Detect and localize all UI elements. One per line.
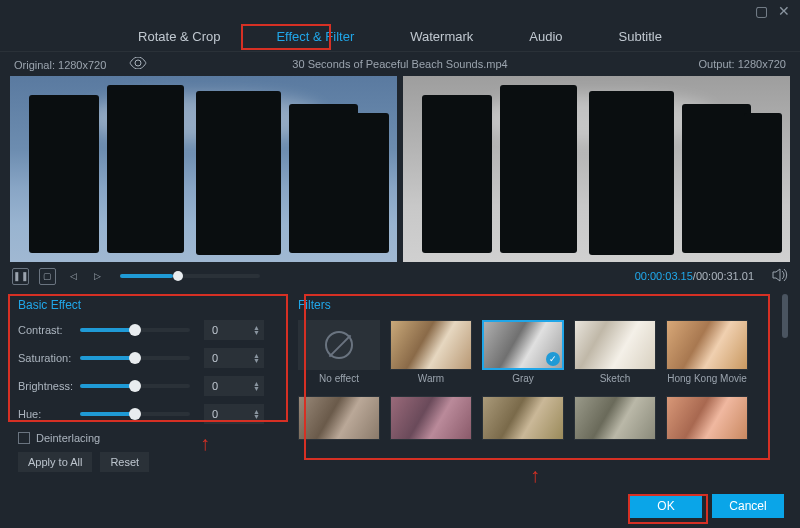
hue-slider[interactable] [80, 412, 190, 416]
stop-button[interactable]: ▢ [39, 268, 56, 285]
filters-title: Filters [298, 298, 782, 312]
tab-watermark[interactable]: Watermark [402, 25, 481, 48]
saturation-slider[interactable] [80, 356, 190, 360]
tab-audio[interactable]: Audio [521, 25, 570, 48]
basic-effect-panel: Basic Effect Contrast: 0▲▼ Saturation: 0… [10, 292, 282, 468]
pause-button[interactable]: ❚❚ [12, 268, 29, 285]
progress-slider[interactable] [120, 274, 260, 278]
filter-thumb[interactable] [666, 396, 748, 440]
ok-button[interactable]: OK [630, 494, 702, 518]
filter-thumb[interactable] [298, 396, 380, 440]
next-frame-button[interactable]: ▷ [90, 268, 104, 285]
minimize-button[interactable]: ▢ [755, 3, 768, 19]
basic-effect-title: Basic Effect [18, 298, 274, 312]
hue-stepper[interactable]: 0▲▼ [204, 404, 264, 424]
original-resolution: Original: 1280x720 [14, 59, 106, 71]
total-time: /00:00:31.01 [693, 270, 754, 282]
close-button[interactable]: ✕ [778, 3, 790, 19]
filter-gray-label: Gray [512, 373, 534, 384]
tab-bar: Rotate & Crop Effect & Filter Watermark … [0, 22, 800, 52]
filter-thumb[interactable] [390, 396, 472, 440]
annotation-arrow-icon: ↑ [200, 432, 210, 455]
tab-rotate-crop[interactable]: Rotate & Crop [130, 25, 228, 48]
filter-none-label: No effect [319, 373, 359, 384]
apply-to-all-button[interactable]: Apply to All [18, 452, 92, 472]
saturation-stepper[interactable]: 0▲▼ [204, 348, 264, 368]
filter-sketch[interactable] [574, 320, 656, 370]
tab-effect-filter[interactable]: Effect & Filter [268, 25, 362, 48]
current-time: 00:00:03.15 [635, 270, 693, 282]
cancel-button[interactable]: Cancel [712, 494, 784, 518]
tab-subtitle[interactable]: Subtitle [611, 25, 670, 48]
check-icon: ✓ [546, 352, 560, 366]
info-bar: Original: 1280x720 30 Seconds of Peacefu… [0, 52, 800, 76]
volume-icon[interactable] [772, 268, 788, 285]
brightness-slider[interactable] [80, 384, 190, 388]
filters-scrollbar[interactable] [782, 294, 788, 338]
contrast-stepper[interactable]: 0▲▼ [204, 320, 264, 340]
filter-gray[interactable]: ✓ [482, 320, 564, 370]
saturation-label: Saturation: [18, 352, 80, 364]
deinterlacing-checkbox[interactable] [18, 432, 30, 444]
annotation-arrow-icon: ↑ [530, 464, 540, 487]
deinterlacing-label: Deinterlacing [36, 432, 100, 444]
filter-none[interactable] [298, 320, 380, 370]
preview-toggle-icon[interactable] [129, 59, 147, 71]
filter-hong-kong-movie[interactable] [666, 320, 748, 370]
output-resolution: Output: 1280x720 [699, 58, 786, 70]
filter-warm-label: Warm [418, 373, 444, 384]
original-preview [10, 76, 397, 262]
brightness-stepper[interactable]: 0▲▼ [204, 376, 264, 396]
brightness-label: Brightness: [18, 380, 80, 392]
prev-frame-button[interactable]: ◁ [66, 268, 80, 285]
filter-hk-label: Hong Kong Movie [667, 373, 747, 384]
filters-panel: Filters No effect Warm ✓ Gray Sketch Hon… [290, 292, 790, 468]
contrast-label: Contrast: [18, 324, 80, 336]
reset-button[interactable]: Reset [100, 452, 149, 472]
filter-warm[interactable] [390, 320, 472, 370]
filter-sketch-label: Sketch [600, 373, 631, 384]
none-icon [325, 331, 353, 359]
hue-label: Hue: [18, 408, 80, 420]
output-preview [403, 76, 790, 262]
filter-thumb[interactable] [482, 396, 564, 440]
contrast-slider[interactable] [80, 328, 190, 332]
filter-thumb[interactable] [574, 396, 656, 440]
playback-bar: ❚❚ ▢ ◁ ▷ 00:00:03.15/00:00:31.01 [0, 262, 800, 290]
